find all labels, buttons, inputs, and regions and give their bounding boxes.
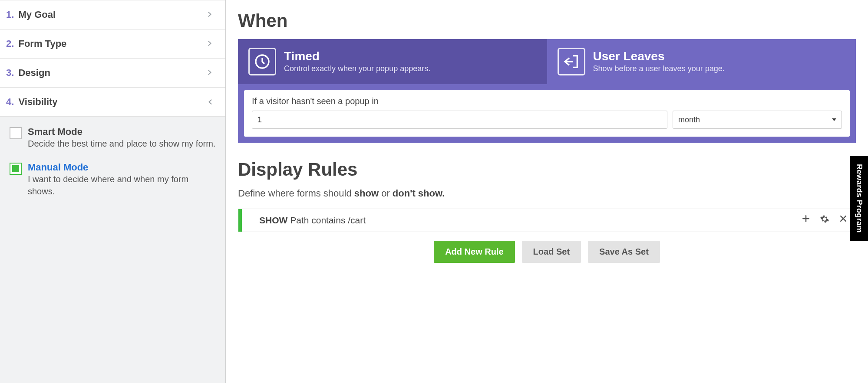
step-label: Form Type <box>18 38 66 49</box>
clock-icon <box>248 48 276 75</box>
display-rule[interactable]: SHOW Path contains /cart <box>238 209 856 232</box>
tab-timed[interactable]: Timed Control exactly when your popup ap… <box>238 39 547 84</box>
step-number: 1. <box>6 9 14 20</box>
chevron-down-icon <box>204 98 215 105</box>
frequency-unit-select[interactable]: month <box>673 111 842 129</box>
step-number: 3. <box>6 67 14 78</box>
checkbox-icon[interactable] <box>10 163 22 175</box>
exit-icon <box>558 48 585 75</box>
rule-status-bar <box>238 209 242 232</box>
display-rules-heading: Display Rules <box>238 159 856 180</box>
when-heading: When <box>238 10 856 31</box>
step-label: Visibility <box>18 96 57 107</box>
tab-desc: Control exactly when your popup appears. <box>284 63 430 74</box>
add-new-rule-button[interactable]: Add New Rule <box>434 241 515 263</box>
load-set-button[interactable]: Load Set <box>522 241 581 263</box>
step-form-type[interactable]: 2. Form Type <box>0 29 225 59</box>
mode-smart[interactable]: Smart Mode Decide the best time and plac… <box>10 126 217 150</box>
tab-user-leaves[interactable]: User Leaves Show before a user leaves yo… <box>547 39 856 84</box>
step-label: My Goal <box>18 9 56 20</box>
trigger-settings: If a visitor hasn't seen a popup in mont… <box>238 84 856 143</box>
step-my-goal[interactable]: 1. My Goal <box>0 0 225 29</box>
sidebar: 1. My Goal 2. Form Type 3. Design 4. Vis… <box>0 0 226 383</box>
rewards-program-tab[interactable]: Rewards Program <box>850 156 868 241</box>
chevron-right-icon <box>206 38 213 49</box>
step-number: 2. <box>6 38 14 49</box>
tab-title: User Leaves <box>593 49 725 63</box>
main-panel: When Timed Control exactly when your pop… <box>226 0 868 383</box>
step-number: 4. <box>6 96 14 107</box>
frequency-value-input[interactable] <box>252 111 667 129</box>
mode-desc: Decide the best time and place to show m… <box>28 137 217 150</box>
visibility-panel: Smart Mode Decide the best time and plac… <box>0 117 225 383</box>
caret-down-icon <box>832 118 836 121</box>
step-label: Design <box>18 67 50 78</box>
chevron-right-icon <box>206 9 213 20</box>
chevron-right-icon <box>206 67 213 79</box>
gear-icon[interactable] <box>820 214 829 226</box>
mode-title: Manual Mode <box>28 162 217 173</box>
rule-text: SHOW Path contains /cart <box>259 215 795 226</box>
mode-title: Smart Mode <box>28 126 217 137</box>
rule-buttons: Add New Rule Load Set Save As Set <box>238 241 856 263</box>
tab-desc: Show before a user leaves your page. <box>593 63 725 74</box>
condition-label: If a visitor hasn't seen a popup in <box>252 96 842 106</box>
mode-desc: I want to decide where and when my form … <box>28 173 217 197</box>
tab-title: Timed <box>284 49 430 63</box>
step-design[interactable]: 3. Design <box>0 59 225 88</box>
add-icon[interactable] <box>802 214 810 226</box>
trigger-tabs: Timed Control exactly when your popup ap… <box>238 39 856 84</box>
close-icon[interactable] <box>839 214 848 226</box>
display-rules-intro: Define where forms should show or don't … <box>238 188 856 199</box>
save-as-set-button[interactable]: Save As Set <box>588 241 660 263</box>
select-value: month <box>678 115 700 124</box>
checkbox-icon[interactable] <box>10 127 22 139</box>
step-visibility[interactable]: 4. Visibility <box>0 88 225 117</box>
mode-manual[interactable]: Manual Mode I want to decide where and w… <box>10 162 217 197</box>
